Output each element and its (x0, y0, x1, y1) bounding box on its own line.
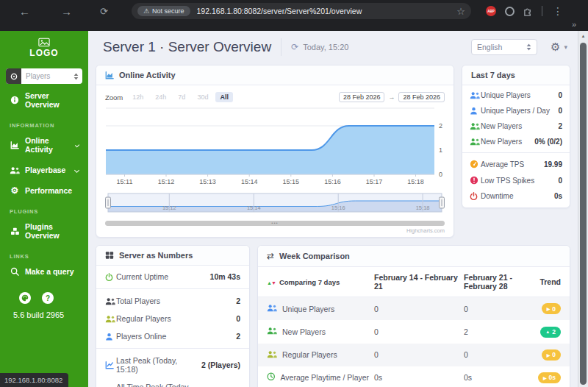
divider (462, 152, 570, 153)
selector-icon (6, 68, 21, 84)
sidebar-section-label: LINKS (0, 246, 88, 261)
browser-status-bar: 192.168.1.80:8082 (0, 373, 68, 387)
week2-value: 0 (464, 305, 517, 313)
stat-row-low-tps-spikes: Low TPS Spikes0 (462, 172, 570, 188)
zoom-label: Zoom (105, 93, 123, 102)
online-activity-chart[interactable]: 01215:1115:1215:1315:1415:1515:1615:1715… (96, 105, 453, 191)
sidebar-item-performance[interactable]: ⚙Performance (0, 180, 88, 201)
svg-text:15:16: 15:16 (324, 178, 341, 185)
stat-value: 2 (Players) (201, 361, 240, 369)
settings-caret-icon: ▾ (564, 43, 567, 51)
settings-gear-icon[interactable]: ⚙ (551, 40, 560, 54)
stat-value: 19.99 (544, 160, 562, 168)
card-title: Week Comparison (279, 252, 350, 260)
logo: LOGO (0, 38, 88, 58)
week-table-header: ▲▼Comparing 7 daysFebruary 14 - February… (258, 267, 570, 297)
trend-column-header: Trend (517, 277, 561, 286)
stat-value: 0 (558, 177, 562, 185)
week1-value: 0 (374, 350, 464, 359)
page-scrollbar[interactable]: ▲ (578, 31, 588, 387)
stat-value: 0 (236, 314, 240, 323)
main-content: Server 1 · Server Overview ⟳ Today, 15:2… (88, 31, 578, 387)
chevron-down-icon (74, 167, 79, 172)
stat-label: Last Peak (Today, 15:18) (116, 356, 201, 374)
browser-menu-icon[interactable]: ⋮ (553, 6, 563, 16)
svg-text:15:16: 15:16 (331, 205, 345, 211)
scrollbar-thumb[interactable] (580, 43, 587, 385)
stat-value: 10m 43s (210, 272, 240, 281)
zoom-button-all[interactable]: All (215, 92, 233, 102)
address-bar[interactable]: ⚠ Not secure 192.168.1.80:8082/server/Se… (132, 3, 471, 19)
browser-forward-icon[interactable]: → (61, 6, 72, 17)
toolbar-divider (542, 6, 542, 16)
search-icon (10, 267, 20, 276)
zoom-button-30d[interactable]: 30d (193, 92, 212, 102)
stat-label: Downtime (481, 192, 554, 200)
stat-value: 2 (236, 332, 240, 341)
theme-palette-button[interactable] (19, 292, 31, 304)
not-secure-chip[interactable]: ⚠ Not secure (137, 6, 190, 16)
week2-value: 2 (464, 327, 517, 336)
svg-text:15:14: 15:14 (247, 205, 261, 211)
sidebar-item-online-activity[interactable]: Online Activity (0, 130, 88, 160)
bookmark-star-icon[interactable]: ☆ (456, 6, 465, 17)
svg-text:15:18: 15:18 (407, 178, 424, 185)
stat-label: New Players (481, 138, 534, 146)
zoom-button-12h[interactable]: 12h (128, 92, 148, 102)
svg-text:15:12: 15:12 (158, 178, 175, 185)
stat-row-regular-players: Regular Players0 (96, 310, 249, 327)
stat-row-total-players: Total Players2 (96, 292, 249, 310)
date-to-input[interactable]: 28 Feb 2026 (398, 92, 445, 102)
week-row-average-playtime-player: Average Playtime / Player0s0s▶0s (258, 366, 570, 387)
server-as-numbers-card: Server as Numbers Current Uptime10m 43sT… (96, 245, 250, 387)
chart-navigator[interactable]: 15:1215:1415:1615:18 (96, 193, 453, 219)
browser-reload-icon[interactable]: ⟳ (100, 7, 108, 16)
refresh-icon[interactable]: ⟳ (291, 42, 298, 52)
stat-value: 0% (0/2) (534, 138, 562, 146)
page-selector[interactable]: Players (6, 68, 82, 84)
stat-row-unique-players: Unique Players0 (462, 88, 570, 103)
trend-badge: ▶0s (538, 372, 561, 383)
sidebar-item-plugins-overview[interactable]: Plugins Overview (0, 216, 88, 246)
scrollbar-grip-icon: ••• (105, 221, 445, 226)
power-icon (105, 273, 116, 281)
not-secure-label: Not secure (152, 7, 184, 15)
sidebar-item-server-overview[interactable]: Server Overview (0, 85, 88, 115)
extensions-puzzle-icon[interactable] (523, 7, 533, 16)
stat-row-downtime: Downtime0s (462, 188, 570, 204)
highcharts-credit[interactable]: Highcharts.com (96, 227, 445, 234)
adblock-extension-icon[interactable]: ABP (486, 6, 496, 16)
chart-scrollbar[interactable]: ••• (105, 221, 445, 226)
users-icon (105, 315, 116, 323)
zoom-button-24h[interactable]: 24h (151, 92, 171, 102)
sidebar-item-make-a-query[interactable]: Make a query (0, 261, 88, 282)
sidebar-item-label: Server Overview (25, 91, 79, 109)
exchange-icon: ⇄ (267, 251, 274, 261)
language-select[interactable]: English (471, 39, 537, 55)
scrollbar-up-icon[interactable]: ▲ (578, 31, 588, 38)
svg-text:2: 2 (439, 122, 442, 129)
stat-value: 0s (554, 192, 562, 200)
metric-label: New Players (282, 327, 326, 336)
page-header: Server 1 · Server Overview ⟳ Today, 15:2… (88, 31, 578, 63)
browser-back-icon[interactable]: ← (19, 6, 30, 17)
week1-value: 0 (374, 305, 464, 313)
sidebar-section-label: PLUGINS (0, 201, 88, 216)
extension-icon[interactable] (505, 7, 514, 16)
bookmarks-overflow-icon[interactable]: » (572, 20, 576, 29)
stat-value: 2 (558, 122, 562, 130)
help-button[interactable]: ? (42, 292, 54, 304)
stat-value: 0 (558, 91, 562, 99)
sidebar: LOGO Players Server OverviewINFORMATIONO… (0, 31, 88, 387)
user-icon (105, 333, 116, 341)
stat-label: Average TPS (481, 160, 544, 168)
svg-text:15:17: 15:17 (366, 178, 383, 185)
sidebar-item-playerbase[interactable]: Playerbase (0, 160, 88, 180)
info-icon (10, 96, 20, 104)
sidebar-footer: ? 5.6 build 2965 (0, 292, 88, 319)
sidebar-item-label: Make a query (25, 267, 74, 276)
zoom-button-7d[interactable]: 7d (173, 92, 190, 102)
power-icon (470, 192, 481, 200)
refresh-time: Today, 15:20 (303, 43, 348, 52)
date-from-input[interactable]: 28 Feb 2026 (339, 92, 385, 102)
